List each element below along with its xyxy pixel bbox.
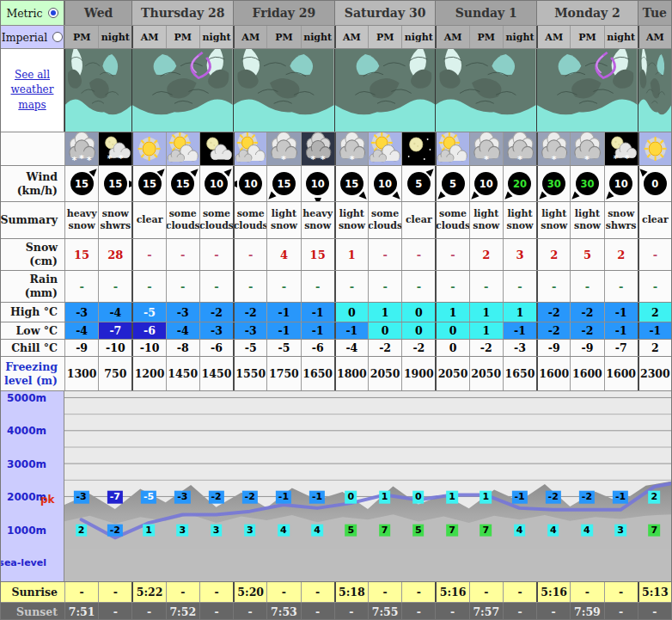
chill-temp-cell: -2 [401,340,435,356]
high-temp-cell: 0 [401,303,435,322]
low-temp-cell: -3 [233,322,266,339]
rain-cell: - [435,271,468,302]
valley-temp-badge: 7 [480,524,492,537]
elevation-label: 4000m [7,425,46,437]
cloud-snow-light-icon: * [334,132,368,165]
wind-cell: 15 [266,166,300,201]
maps-link-cell: See all weather maps [1,49,64,132]
mountain-profile-plot: -3-7-5-3-2-2-1-101011-1-2-2-122-21333445… [64,391,671,581]
sunrise-cell: - [166,582,199,602]
valley-temp-badge: 4 [311,524,323,537]
period-header: AM [435,26,468,48]
summary-row: Summaryheavy snowsnow shwrsclearsome clo… [1,202,671,239]
rain-cell: - [368,271,401,302]
rain-cell: - [64,271,98,302]
freezing-level-cell: 1200 [131,357,165,390]
peak-temp-badge: -2 [208,491,223,504]
row-label-sunrise: Sunrise [1,582,64,602]
valley-temp-badge: 7 [446,524,458,537]
peak-temp-badge: -1 [309,491,325,504]
row-label-low-temp-cell: Low °C [1,322,64,339]
day-header: Monday 2 [536,1,638,25]
metric-radio[interactable] [48,8,58,18]
svg-text:*: * [484,154,489,165]
period-header: PM [166,26,199,48]
sunset-cell: - [435,603,468,620]
day-header: Thursday 28 [131,1,233,25]
svg-text:*: * [625,153,630,164]
valley-temp-badge: 3 [244,524,256,537]
weather-map [334,49,436,132]
summary-cell: some clouds [435,202,468,238]
valley-temp-badge: 7 [379,524,391,537]
icons-row-label [1,132,64,165]
low-temp-cell: -1 [604,322,638,339]
peak-temp-badge: 1 [480,491,492,504]
imperial-label: Imperial [2,31,48,44]
peak-temp-badge: -3 [73,491,89,504]
elevation-label: sea-level [0,557,46,568]
snow-cell: 1 [334,239,368,270]
day-header: Wed [64,1,131,25]
period-header: AM [638,26,671,48]
chill-temp-cell: -5 [266,340,300,356]
metric-toggle[interactable]: Metric [1,1,64,25]
period-header: night [604,26,638,48]
summary-cell: some clouds [199,202,233,238]
high-temp-cell: -4 [98,303,131,322]
row-label-summary: Summary [1,202,64,238]
elevation-label: 1000m [7,525,46,537]
high-temp-row: High °C-3-4-5-3-2-2-1-1010111-2-2-12 [1,303,671,322]
peak-temp-badge: -1 [613,491,628,504]
high-temp-cell: -2 [570,303,603,322]
sun-cloud-icon [166,132,199,165]
valley-temp-badge: 4 [278,524,290,537]
row-label-freezing-level: Freezing level (m) [1,357,64,390]
svg-text:*: * [552,154,557,165]
elevation-label: 3000m [7,458,46,470]
moon-stars-icon [401,132,435,165]
snow-cell: 15 [301,239,334,270]
summary-cell: light snow [334,202,368,238]
low-temp-cell: -1 [301,322,334,339]
cloud-snow-light-icon: * [503,132,536,165]
sunrise-cell: - [64,582,98,602]
high-temp-cell: 0 [334,303,368,322]
low-temp-cell: 1 [469,322,503,339]
peak-temp-badge: 1 [379,491,391,504]
svg-text:*: * [87,155,92,165]
snow-cell: - [233,239,266,270]
rain-cell: - [570,271,603,302]
peak-temp-badge: -2 [242,491,258,504]
period-header: night [401,26,435,48]
rain-cell: - [131,271,165,302]
summary-cell: heavy snow [64,202,98,238]
chill-temp-cell: -10 [131,340,165,356]
imperial-radio[interactable] [52,32,63,42]
svg-text:*: * [79,153,84,164]
summary-cell: some clouds [166,202,199,238]
see-all-weather-maps-link[interactable]: See all weather maps [3,68,61,113]
wind-cell: 10 [199,166,233,201]
rain-cell: - [401,271,435,302]
rain-cell: - [166,271,199,302]
sunset-cell: 7:55 [368,603,401,620]
low-temp-cell: -6 [131,322,165,339]
sunrise-cell: - [98,582,131,602]
elevation-chart: 5000m4000m3000m2000m1000msea-levelpk -3-… [1,391,671,582]
sunset-cell: 7:59 [570,603,603,620]
high-temp-cell: -3 [166,303,199,322]
day-header: Friday 29 [233,1,334,25]
high-temp-cell: 1 [435,303,468,322]
summary-cell: light snow [570,202,603,238]
high-temp-cell: -2 [199,303,233,322]
high-temp-cell: -1 [301,303,334,322]
summary-cell: clear [638,202,671,238]
wind-cell: 10 [368,166,401,201]
period-header: night [199,26,233,48]
sun-cloud-icon [368,132,401,165]
imperial-toggle[interactable]: Imperial [1,26,64,48]
snow-cell: 4 [266,239,300,270]
cloud-snow-light-icon: * [469,132,503,165]
freezing-level-row: Freezing level (m)1300750120014501450155… [1,357,671,391]
